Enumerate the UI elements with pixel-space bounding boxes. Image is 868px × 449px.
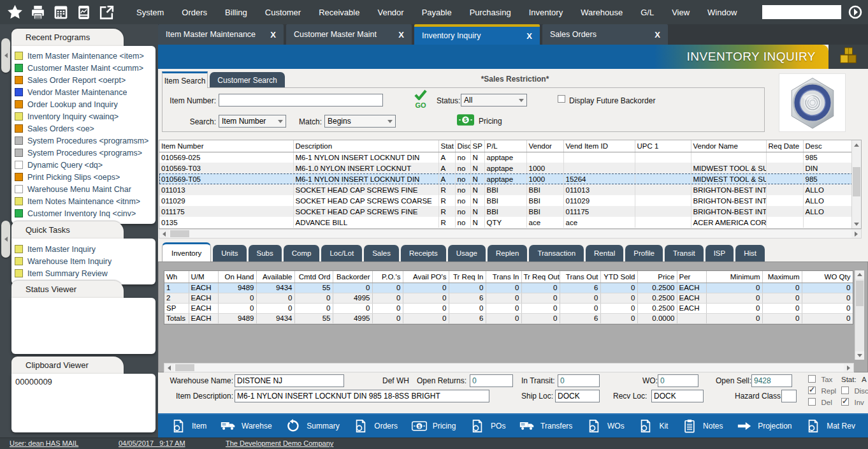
toolbar-mat-rev-button[interactable]: Mat Rev (806, 419, 855, 433)
toolbar-notes-button[interactable]: Notes (682, 419, 723, 433)
scroll-right-button[interactable] (851, 230, 861, 238)
warehouse-name-input[interactable] (235, 374, 344, 387)
disc-checkbox[interactable] (841, 386, 849, 394)
menu-customer[interactable]: Customer (256, 8, 310, 17)
detail-tab-isp[interactable]: ISP (705, 245, 734, 261)
item-row[interactable]: 010569-025M6-1 NYLON INSERT LOCKNUT DINA… (159, 152, 853, 163)
scroll-thumb[interactable] (856, 281, 864, 306)
column-header[interactable]: Tr Req Out (521, 271, 560, 283)
detail-tab-receipts[interactable]: Receipts (401, 245, 446, 261)
match-select[interactable]: Begins (324, 115, 396, 128)
column-header[interactable]: Trans In (486, 271, 521, 283)
settings-icon[interactable] (848, 4, 863, 20)
status-viewer-header[interactable]: Status Viewer (11, 281, 124, 298)
column-header[interactable]: Wh (164, 271, 189, 283)
toolbar-pricing-button[interactable]: $Pricing (412, 419, 456, 433)
close-icon[interactable]: X (398, 30, 404, 40)
open-sell-input[interactable] (751, 374, 792, 387)
close-icon[interactable]: X (655, 30, 660, 40)
tax-checkbox[interactable] (808, 375, 816, 383)
global-search-input[interactable] (762, 5, 841, 19)
recent-program-item[interactable]: Dynamic Query <dq> (11, 159, 156, 171)
item-number-input[interactable] (219, 94, 383, 107)
column-header[interactable]: U/M (189, 271, 218, 283)
favorites-icon[interactable] (7, 4, 23, 20)
column-header[interactable]: Avail PO's (403, 271, 449, 283)
toolbar-kit-button[interactable]: Kit (638, 419, 668, 433)
recent-program-item[interactable]: Vendor Master Maintenance (11, 86, 156, 98)
warehouse-row[interactable]: TotalsEACH9489943455499500600600.0000000 (164, 313, 853, 323)
item-row[interactable]: 010569-T05M6-1 NYLON INSERT LOCKNUT DINA… (159, 173, 853, 184)
window-tab-customer-master-maint[interactable]: Customer Master MaintX (286, 24, 412, 45)
recv-loc-input[interactable] (651, 390, 704, 402)
recent-program-item[interactable]: Warehouse Menu Maint Char (11, 183, 156, 195)
column-header[interactable]: Maximum (762, 271, 802, 283)
column-header[interactable]: Vendor Name (691, 140, 766, 152)
window-tab-item-master-maintenance[interactable]: Item Master MaintenanceX (158, 24, 284, 45)
recent-program-item[interactable]: Item Master Maintenance <item> (11, 50, 156, 62)
ship-loc-input[interactable] (555, 390, 600, 402)
menu-purchasing[interactable]: Purchasing (461, 8, 520, 17)
column-header[interactable]: Cmtd Ord (294, 271, 333, 283)
scroll-right-button[interactable] (844, 364, 853, 372)
detail-tab-sales[interactable]: Sales (364, 245, 399, 261)
column-header[interactable]: SP (470, 140, 484, 152)
quick-task-item[interactable]: Item Summary Review (11, 267, 156, 279)
scroll-thumb[interactable] (170, 230, 189, 237)
detail-tab-units[interactable]: Units (213, 245, 246, 261)
toolbar-projection-button[interactable]: Projection (737, 419, 792, 433)
column-header[interactable]: On Hand (218, 271, 256, 283)
column-header[interactable]: Disc (455, 140, 470, 152)
item-description-input[interactable] (235, 390, 489, 402)
scroll-left-button[interactable] (164, 364, 174, 372)
item-row[interactable]: 0135ADVANCE BILLRnoNQTYaceaceACER AMERIC… (159, 217, 853, 228)
column-header[interactable]: P/L (484, 140, 526, 152)
toolbar-pos-button[interactable]: POs (470, 419, 505, 433)
column-header[interactable]: WO Qty (802, 271, 853, 283)
recent-program-item[interactable]: System Procedures <programs> (11, 147, 156, 159)
toolbar-wos-button[interactable]: WOs (586, 419, 625, 433)
warehouse-row[interactable]: 2EACH000499500600000.2500EACH000 (164, 293, 853, 303)
item-row[interactable]: 011175SOCKET HEAD CAP SCREWS FINERnoNBBI… (159, 206, 853, 217)
scroll-down-button[interactable] (852, 219, 861, 228)
detail-tab-comp[interactable]: Comp (284, 245, 320, 261)
scroll-up-button[interactable] (855, 270, 864, 279)
menu-payable[interactable]: Payable (413, 8, 461, 17)
detail-tab-loc-lot[interactable]: Loc/Lot (321, 245, 362, 261)
column-header[interactable]: UPC 1 (635, 140, 691, 152)
wo-input[interactable] (658, 374, 698, 387)
recent-programs-header[interactable]: Recent Programs (11, 29, 124, 46)
go-button[interactable]: GO (410, 89, 431, 109)
close-icon[interactable]: X (526, 31, 532, 41)
scroll-thumb[interactable] (853, 167, 860, 196)
recent-program-item[interactable]: Customer Master Maint <cumm> (11, 62, 156, 74)
item-row[interactable]: 010569-T03M6-1.0 NYLON INSERT LOCKNUTAno… (159, 163, 853, 173)
detail-tab-replen[interactable]: Replen (488, 245, 527, 261)
toolbar-transfers-button[interactable]: Transfers (519, 419, 572, 433)
status-select[interactable]: All (461, 94, 527, 107)
scroll-left-button[interactable] (159, 230, 169, 238)
column-header[interactable]: Desc (803, 140, 853, 152)
menu-g-l[interactable]: G/L (632, 8, 663, 17)
sidebar-collapse-button-2[interactable] (1, 221, 10, 258)
status-user[interactable]: User: dean HAS MAIL (10, 439, 78, 447)
detail-tab-profile[interactable]: Profile (625, 245, 663, 261)
window-tab-sales-orders[interactable]: Sales OrdersX (542, 24, 668, 45)
report-icon[interactable] (76, 4, 92, 20)
menu-orders[interactable]: Orders (173, 8, 216, 17)
warehouse-row[interactable]: SPEACH000000000000.2500EACH000 (164, 303, 853, 313)
menu-view[interactable]: View (663, 8, 698, 17)
detail-tab-hist[interactable]: Hist (735, 245, 765, 261)
item-row[interactable]: 011013SOCKET HEAD CAP SCREWS FINERnoNBBI… (159, 184, 853, 195)
scroll-thumb[interactable] (175, 364, 194, 371)
toolbar-item-button[interactable]: Item (171, 419, 206, 433)
column-header[interactable]: Vend Item ID (563, 140, 635, 152)
menu-warehouse[interactable]: Warehouse (572, 8, 632, 17)
column-header[interactable]: P.O.'s (372, 271, 403, 283)
recent-program-item[interactable]: Print Picking Slips <oeps> (11, 171, 156, 183)
tab-customer-search[interactable]: Customer Search (210, 72, 285, 88)
calendar-icon[interactable] (53, 4, 69, 20)
detail-tab-usage[interactable]: Usage (448, 245, 486, 261)
column-header[interactable]: Stat (438, 140, 455, 152)
detail-tab-transit[interactable]: Transit (665, 245, 704, 261)
